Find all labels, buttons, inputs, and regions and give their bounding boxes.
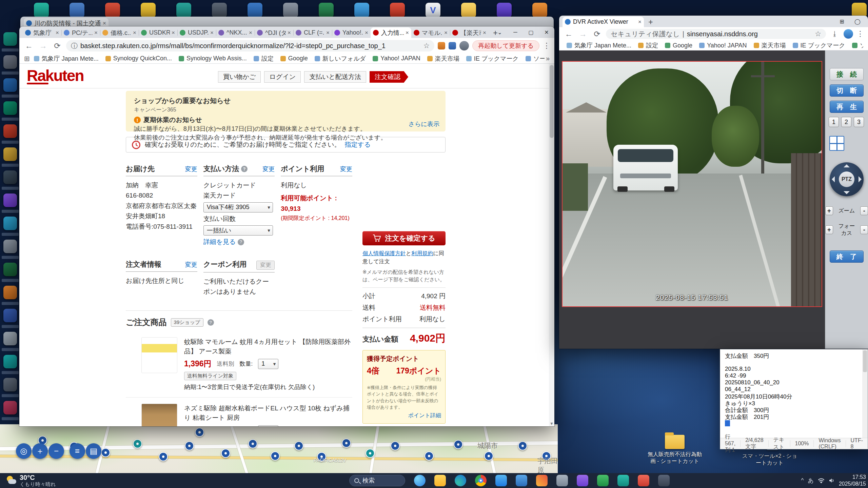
- copilot-icon[interactable]: [414, 475, 426, 486]
- info-icon[interactable]: ?: [208, 319, 214, 326]
- disconnect-button[interactable]: 切 断: [830, 84, 864, 97]
- download-icon[interactable]: ⭳: [829, 30, 840, 38]
- taskbar-app-icon[interactable]: [597, 475, 609, 486]
- change-link[interactable]: 変更: [185, 261, 197, 269]
- extension-icon[interactable]: [438, 42, 445, 49]
- editor-scrollbar[interactable]: [862, 349, 868, 438]
- ptz-control[interactable]: PTZ: [830, 162, 864, 196]
- desktop-icon[interactable]: [3, 78, 17, 92]
- quantity-select[interactable]: 1: [258, 359, 278, 369]
- apps-icon[interactable]: ⊞: [834, 16, 850, 27]
- taskbar-app-icon[interactable]: [617, 475, 629, 486]
- map-pin[interactable]: [195, 428, 204, 437]
- bookmark-item[interactable]: 楽天市場: [425, 55, 462, 63]
- desktop-icon[interactable]: [319, 3, 334, 18]
- map-app[interactable]: ◎ ＋ − ≡ ▤ 城陽市 宇治田原 PACIFICA512V: [0, 424, 558, 473]
- desktop-icon[interactable]: [3, 124, 17, 138]
- desktop-icon[interactable]: [3, 332, 17, 345]
- tab-close-icon[interactable]: ×: [406, 29, 409, 36]
- desktop-icon[interactable]: [354, 3, 369, 18]
- desktop-icon[interactable]: [283, 3, 298, 18]
- map-pin[interactable]: [454, 440, 463, 449]
- bookmark-item[interactable]: 気象庁 Japan Mete...: [564, 41, 634, 49]
- bookmark-item[interactable]: IE ブックマーク: [790, 41, 848, 49]
- map-locate-button[interactable]: ◎: [16, 443, 32, 459]
- breadcrumb-step[interactable]: 買い物かご: [218, 71, 261, 83]
- map-pin[interactable]: [159, 452, 168, 461]
- quantity-select[interactable]: 1: [258, 425, 278, 426]
- photos-icon[interactable]: [536, 475, 548, 486]
- product-image[interactable]: [141, 404, 177, 426]
- map-pin[interactable]: [185, 441, 194, 450]
- channel-button[interactable]: 1: [829, 117, 839, 127]
- network-icon[interactable]: [818, 478, 825, 483]
- bookmark-item[interactable]: 気象庁 Japan Mete...: [31, 55, 101, 63]
- tab-close-icon[interactable]: ×: [326, 29, 330, 36]
- desktop-icon[interactable]: [532, 3, 547, 18]
- browser-tab[interactable]: 価格.c... ×: [100, 27, 139, 38]
- zoom-in-button[interactable]: +: [825, 206, 833, 215]
- map-pin[interactable]: [271, 451, 280, 461]
- tab-close-icon[interactable]: ×: [483, 29, 486, 36]
- terms-link[interactable]: 利用規約: [411, 250, 433, 256]
- map-pin[interactable]: [221, 449, 230, 458]
- bookmark-item[interactable]: Yahoo! JAPAN: [370, 55, 423, 63]
- weather-widget[interactable]: 30°C くもり時々晴れ: [3, 473, 59, 488]
- ptz-up-icon[interactable]: [844, 164, 850, 167]
- store-icon[interactable]: [495, 475, 507, 486]
- browser-tab[interactable]: 気象庁 ×: [23, 27, 61, 38]
- bookmark-item[interactable]: 設定: [635, 41, 661, 49]
- taskbar-app-icon[interactable]: [658, 475, 670, 486]
- channel-button[interactable]: 3: [854, 117, 864, 127]
- ptz-center[interactable]: PTZ: [839, 171, 854, 187]
- desktop-icon[interactable]: [3, 309, 17, 322]
- tab-close-icon[interactable]: ×: [444, 29, 448, 36]
- reload-icon[interactable]: ⟳: [592, 29, 603, 39]
- info-icon[interactable]: ?: [238, 239, 244, 245]
- tab-close-icon[interactable]: ×: [288, 29, 291, 36]
- taskbar-app-icon[interactable]: [638, 475, 649, 486]
- bookmark-item[interactable]: 設定: [251, 55, 276, 63]
- quit-button[interactable]: 終 了: [830, 250, 864, 263]
- browser-tab[interactable]: USDJP... ×: [177, 27, 216, 38]
- info-icon[interactable]: ?: [241, 166, 248, 172]
- scrollbar-thumb[interactable]: [863, 350, 867, 372]
- desktop-folder-shortcut[interactable]: 無人販売所不法行為動画 - ショートカット: [646, 435, 704, 465]
- bookmark-star-icon[interactable]: ☆: [815, 30, 821, 38]
- security-status[interactable]: セキュリティ保護なし: [611, 29, 680, 39]
- map-pin[interactable]: [294, 441, 303, 450]
- desktop-icon[interactable]: [3, 170, 17, 184]
- bookmark-item[interactable]: Google: [278, 55, 311, 63]
- browser-tab[interactable]: USDKR... ×: [139, 27, 177, 38]
- map-pin[interactable]: [248, 439, 257, 448]
- card-select[interactable]: Visa下4桁 3905: [203, 202, 273, 212]
- minimize-button[interactable]: ─: [508, 26, 523, 38]
- desktop-icon[interactable]: [248, 3, 262, 18]
- forward-icon[interactable]: →: [577, 29, 588, 39]
- bookmark-item[interactable]: Synology QuickCon...: [103, 55, 175, 63]
- desktop-icon[interactable]: [461, 3, 476, 18]
- menu-kebab-icon[interactable]: ⋮: [543, 41, 550, 50]
- tab-close-icon[interactable]: ×: [103, 20, 106, 27]
- rakuten-logo[interactable]: Rakuten: [27, 66, 83, 84]
- tab-close-icon[interactable]: ×: [56, 29, 59, 36]
- product-title-link[interactable]: 蚊駆除 マモルーム 蚊用 4ヵ月用セット 【防除用医薬部外品】 アース製薬: [184, 337, 352, 356]
- change-link[interactable]: 変更: [262, 165, 275, 173]
- map-pin[interactable]: [425, 451, 434, 461]
- map-pin[interactable]: [366, 449, 375, 458]
- desktop-icon[interactable]: [141, 3, 156, 18]
- volume-icon[interactable]: [829, 478, 835, 483]
- browser-tab[interactable]: ^NKX... ×: [216, 27, 255, 38]
- file-explorer-icon[interactable]: [434, 475, 446, 486]
- map-pin[interactable]: [484, 451, 493, 461]
- browser-tab[interactable]: 【楽天市... ×: [450, 27, 489, 38]
- desktop-icon[interactable]: [3, 355, 17, 368]
- desktop-icon[interactable]: [3, 101, 17, 115]
- site-info-icon[interactable]: ⓘ: [71, 41, 78, 50]
- bookmark-item[interactable]: Synology Web Assis...: [176, 55, 250, 63]
- desktop-icon[interactable]: [3, 194, 17, 207]
- taskbar-app-icon[interactable]: [577, 475, 588, 486]
- desktop-icon[interactable]: [212, 3, 227, 18]
- desktop-icon[interactable]: [497, 3, 512, 18]
- play-button[interactable]: 再 生: [830, 101, 864, 113]
